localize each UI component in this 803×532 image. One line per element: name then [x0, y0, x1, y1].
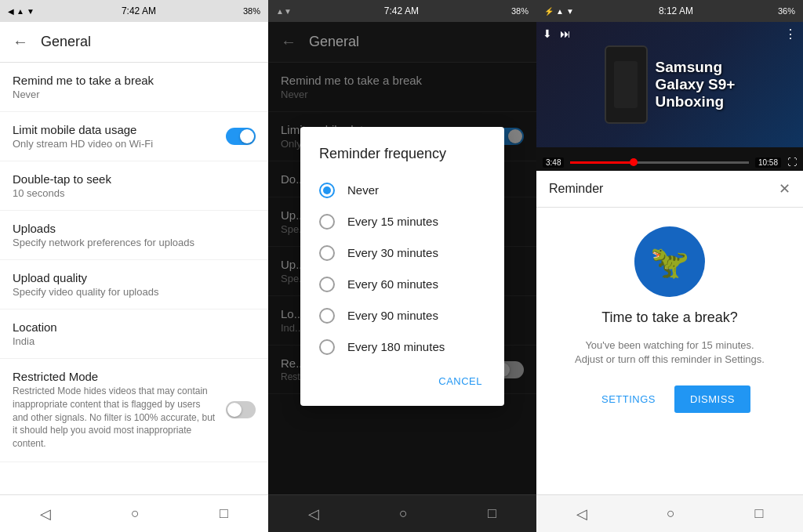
reminder-card: Reminder ✕ 🦖 Time to take a break? You'v… [536, 171, 803, 494]
nav-bar-1: ◁ ○ □ [0, 494, 268, 532]
dialog-title: Reminder frequency [300, 146, 504, 175]
nav-back-1[interactable]: ◁ [40, 505, 51, 523]
setting-text-mobile: Limit mobile data usage Only stream HD v… [13, 123, 153, 150]
status-icons-left: ◀ ▲ ▼ [8, 7, 35, 16]
setting-remind-break[interactable]: Remind me to take a break Never [0, 63, 268, 112]
setting-value-mobile: Only stream HD video on Wi-Fi [13, 138, 153, 150]
nav-bar-3: ◁ ○ □ [536, 494, 803, 532]
setting-value-remind: Never [13, 89, 256, 100]
radio-circle-30 [319, 245, 335, 261]
radio-option-30[interactable]: Every 30 minutes [300, 237, 504, 269]
status-time-3: 8:12 AM [659, 5, 693, 16]
reminder-header: Reminder ✕ [536, 171, 803, 208]
setting-row-mobile: Limit mobile data usage Only stream HD v… [13, 123, 256, 150]
setting-value-upquality: Specify video quality for uploads [13, 286, 256, 298]
radio-circle-90 [319, 308, 335, 324]
panel-2: ▲▼ 7:42 AM 38% ← General Remind me to ta… [268, 0, 536, 532]
radio-label-15: Every 15 minutes [347, 215, 438, 228]
radio-circle-180 [319, 339, 335, 355]
setting-value-uploads: Specify network preferences for uploads [13, 237, 256, 248]
reminder-dialog: Reminder frequency Never Every 15 minute… [300, 127, 504, 406]
setting-upload-quality[interactable]: Upload quality Specify video quality for… [0, 260, 268, 309]
radio-option-60[interactable]: Every 60 minutes [300, 269, 504, 300]
setting-mobile-data[interactable]: Limit mobile data usage Only stream HD v… [0, 112, 268, 161]
mascot-icon: 🦖 [650, 244, 689, 280]
radio-option-never[interactable]: Never [300, 175, 504, 206]
toggle-restricted[interactable] [226, 401, 256, 418]
progress-dot [630, 158, 638, 166]
nav-home-3[interactable]: ○ [667, 505, 675, 522]
app-header-1: ← General [0, 22, 268, 63]
radio-label-never: Never [347, 183, 379, 197]
video-autoplay-icon: ⏭ [560, 27, 571, 41]
radio-label-90: Every 90 minutes [347, 309, 438, 322]
status-time-1: 7:42 AM [122, 5, 156, 16]
setting-label-upquality: Upload quality [13, 271, 256, 284]
reminder-body: 🦖 Time to take a break? You've been watc… [536, 208, 803, 432]
toggle-knob-mobile [240, 129, 254, 143]
total-time: 10:58 [755, 157, 781, 168]
reminder-heading: Time to take a break? [601, 309, 737, 326]
progress-bar[interactable] [570, 161, 749, 164]
signal-icon: ▼ [27, 7, 35, 16]
setting-label-doubletap: Double-tap to seek [13, 172, 256, 186]
nav-home-1[interactable]: ○ [131, 505, 140, 522]
setting-value-location: India [13, 335, 256, 347]
status-icons-left-3: ⚡ ▲ ▼ [544, 7, 574, 16]
radio-label-60: Every 60 minutes [347, 277, 438, 291]
close-button[interactable]: ✕ [779, 180, 790, 197]
setting-value-doubletap: 10 seconds [13, 187, 256, 199]
settings-button[interactable]: SETTINGS [589, 385, 668, 413]
nav-back-3[interactable]: ◁ [576, 505, 587, 523]
radio-option-90[interactable]: Every 90 minutes [300, 300, 504, 331]
back-nav-icon: ◀ [8, 7, 14, 16]
setting-label-uploads: Uploads [13, 222, 256, 235]
radio-label-180: Every 180 minutes [347, 340, 445, 353]
reminder-title: Reminder [549, 182, 603, 196]
mascot-image: 🦖 [634, 226, 705, 297]
setting-label-restricted: Restricted Mode [13, 370, 216, 383]
video-controls: 3:48 10:58 ⛶ [536, 154, 803, 171]
panel-1: ◀ ▲ ▼ 7:42 AM 38% ← General Remind me to… [0, 0, 268, 532]
setting-label-remind: Remind me to take a break [13, 74, 256, 87]
radio-label-30: Every 30 minutes [347, 246, 438, 259]
reminder-description: You've been watching for 15 minutes.Adju… [575, 338, 765, 367]
radio-option-180[interactable]: Every 180 minutes [300, 331, 504, 363]
nav-recent-1[interactable]: □ [220, 505, 228, 522]
nav-recent-3[interactable]: □ [754, 505, 763, 522]
setting-uploads[interactable]: Uploads Specify network preferences for … [0, 211, 268, 260]
radio-circle-60 [319, 277, 335, 292]
back-button-1[interactable]: ← [13, 33, 28, 51]
fullscreen-icon[interactable]: ⛶ [787, 157, 797, 168]
status-bar-1: ◀ ▲ ▼ 7:42 AM 38% [0, 0, 268, 22]
dismiss-button[interactable]: DISMISS [674, 385, 750, 413]
page-title-1: General [41, 34, 91, 50]
toggle-mobile-data[interactable] [226, 128, 256, 145]
setting-label-mobile: Limit mobile data usage [13, 123, 153, 136]
setting-location[interactable]: Location India [0, 309, 268, 359]
video-menu-icon[interactable]: ⋮ [784, 27, 797, 42]
status-battery-3: 36% [778, 6, 795, 16]
setting-double-tap[interactable]: Double-tap to seek 10 seconds [0, 161, 268, 211]
charging-icon: ⚡ [544, 7, 554, 16]
wifi-icon-3: ▲ [556, 7, 564, 16]
phone-screen [614, 61, 638, 108]
signal-icon-3: ▼ [566, 7, 574, 16]
current-time: 3:48 [543, 157, 564, 168]
radio-option-15[interactable]: Every 15 minutes [300, 206, 504, 237]
video-top-left: ⬇ [543, 27, 552, 41]
setting-label-location: Location [13, 320, 256, 334]
phone-silhouette [605, 45, 648, 124]
progress-fill [570, 161, 629, 164]
setting-restricted-mode[interactable]: Restricted Mode Restricted Mode hides vi… [0, 359, 268, 462]
dialog-actions: CANCEL [300, 363, 504, 400]
video-brand-text: SamsungGalaxy S9+Unboxing [656, 59, 736, 110]
skip-icon[interactable]: ⏭ [560, 27, 571, 40]
status-bar-3: ⚡ ▲ ▼ 8:12 AM 36% [536, 0, 803, 22]
dialog-overlay: Reminder frequency Never Every 15 minute… [268, 0, 536, 532]
video-download-icon[interactable]: ⬇ [543, 27, 552, 40]
video-thumbnail[interactable]: SamsungGalaxy S9+Unboxing ⋮ ⬇ ⏭ 3:48 10:… [536, 22, 803, 171]
cancel-button[interactable]: CANCEL [429, 369, 492, 393]
toggle-knob-restricted [227, 403, 242, 417]
setting-text-restricted: Restricted Mode Restricted Mode hides vi… [13, 370, 216, 451]
